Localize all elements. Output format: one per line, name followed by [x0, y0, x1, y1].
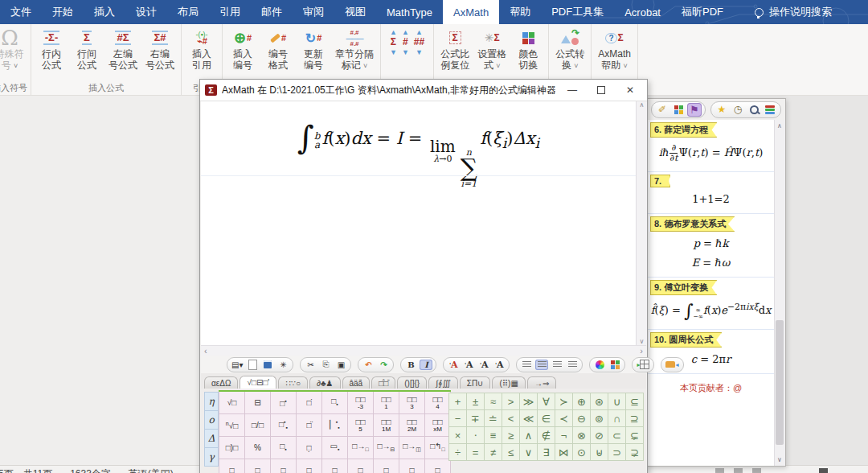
- workspace-icon[interactable]: ◂: [665, 360, 679, 370]
- scroll-down-icon[interactable]: ∨: [777, 456, 782, 463]
- save-icon[interactable]: [261, 360, 274, 370]
- maximize-button[interactable]: [589, 83, 613, 97]
- nudge-down-button[interactable]: ▼: [416, 49, 423, 56]
- search-icon[interactable]: [747, 103, 761, 117]
- symbol-cell[interactable]: ⊘: [591, 427, 608, 444]
- symbol-cell[interactable]: ⋈: [555, 444, 573, 461]
- template-cell[interactable]: □□1M: [374, 414, 399, 437]
- template-cell[interactable]: □: [271, 459, 297, 473]
- align-spacing-icon[interactable]: [566, 360, 579, 370]
- scroll-up-icon[interactable]: ∧: [777, 122, 782, 130]
- zoom-slider-knob[interactable]: [819, 468, 828, 473]
- symbol-cell[interactable]: ⊂: [608, 427, 626, 444]
- symbol-cell[interactable]: ∩: [608, 410, 626, 427]
- paste-icon[interactable]: ▣: [334, 360, 347, 370]
- app-tab-引用[interactable]: 引用: [209, 0, 251, 24]
- accent2-icon[interactable]: 'A: [462, 360, 475, 370]
- formula-preview[interactable]: 1+1=2: [650, 187, 772, 207]
- symbol-cell[interactable]: ≡: [485, 427, 502, 444]
- symbol-cell[interactable]: ⊇: [626, 410, 644, 427]
- formula-list-item[interactable]: 9. 傅立叶变换f̂(ξ) = ∫∞−∞f(x)e−2πixξdx: [647, 278, 775, 330]
- update-number-button[interactable]: ↻#更新编号: [296, 24, 331, 82]
- palette-tab-10[interactable]: (⠿)▦: [492, 376, 525, 389]
- insert-number-button[interactable]: ⊕#插入编号: [225, 24, 260, 82]
- app-tab-邮件[interactable]: 邮件: [251, 0, 293, 24]
- template-cell[interactable]: □□3: [399, 391, 425, 414]
- minimize-button[interactable]: —: [560, 83, 584, 97]
- template-cell[interactable]: □: [348, 459, 374, 473]
- app-tab-设计[interactable]: 设计: [125, 0, 167, 24]
- palette-tab-3[interactable]: ∷∵○: [278, 376, 308, 389]
- template-cell[interactable]: □□-3: [348, 391, 374, 414]
- recent-symbol-cell[interactable]: ο: [204, 411, 219, 430]
- palette-tab-11[interactable]: →⇒: [527, 376, 556, 389]
- template-cell[interactable]: √□: [219, 391, 245, 414]
- symbol-cell[interactable]: +: [449, 393, 467, 410]
- template-cell[interactable]: □: [399, 459, 425, 473]
- word-count[interactable]: 1633个字: [70, 468, 111, 473]
- nudge-down-button[interactable]: ▼: [402, 49, 409, 56]
- symbol-cell[interactable]: ∪: [608, 393, 626, 410]
- template-cell[interactable]: □→□: [348, 437, 374, 459]
- app-tab-审阅[interactable]: 审阅: [293, 0, 334, 24]
- template-cell[interactable]: □▪▪: [271, 414, 297, 437]
- symbol-cell[interactable]: ⊋: [626, 444, 644, 461]
- symbol-cell[interactable]: ∈: [538, 410, 555, 427]
- formula-list-item[interactable]: 7.1+1=2: [647, 172, 775, 214]
- formula-list-item[interactable]: 8. 德布罗意关系式p = ℏkE = ℏω: [647, 214, 775, 278]
- app-tab-MathType[interactable]: MathType: [376, 0, 443, 24]
- palette-tab-8[interactable]: ∫∮∭: [428, 376, 458, 389]
- symbol-cell[interactable]: ∓: [467, 410, 485, 427]
- symbol-cell[interactable]: ⋅: [467, 427, 485, 444]
- template-cell[interactable]: □↰□: [425, 437, 451, 459]
- app-tab-开始[interactable]: 开始: [42, 0, 84, 24]
- canvas-vscrollbar[interactable]: ∧∨: [636, 101, 647, 345]
- symbol-cell[interactable]: ≐: [485, 410, 502, 427]
- section-break-mark-button[interactable]: #.#———#.#章节分隔标记 ˅: [331, 24, 378, 82]
- color-wheel-icon[interactable]: [593, 360, 606, 370]
- equation-canvas[interactable]: ∫baf(x)dx = I = limλ→0n∑i=1f(ξi)Δxi: [201, 101, 637, 345]
- align-center-icon[interactable]: [535, 360, 548, 370]
- scroll-left-icon[interactable]: ‹: [204, 346, 207, 356]
- template-cell[interactable]: □▪: [271, 437, 297, 459]
- new-doc-icon[interactable]: [246, 360, 259, 370]
- language-indicator[interactable]: 英语(美国): [129, 468, 174, 473]
- palette-tab-5[interactable]: âäã: [342, 376, 371, 389]
- symbol-cell[interactable]: ⊃: [608, 444, 626, 461]
- symbol-cell[interactable]: ¬: [555, 427, 573, 444]
- symbol-cell[interactable]: ⊚: [591, 410, 608, 427]
- symbol-cell[interactable]: ⊛: [591, 393, 608, 410]
- template-cell[interactable]: □□xM: [425, 414, 451, 437]
- formula-tag[interactable]: 9. 傅立叶变换: [650, 280, 717, 295]
- formula-tag[interactable]: 8. 德布罗意关系式: [650, 216, 735, 232]
- italic-button[interactable]: I: [420, 360, 432, 370]
- symbol-cell[interactable]: ≈: [485, 393, 502, 410]
- app-tab-布局[interactable]: 布局: [167, 0, 209, 24]
- app-tab-帮助[interactable]: 帮助: [499, 0, 541, 24]
- color-grid-icon[interactable]: [671, 103, 686, 117]
- formula-preview[interactable]: iℏ∂∂tΨ(r,t) = ĤΨ(r,t): [650, 138, 772, 165]
- read-mode-icon[interactable]: [715, 468, 724, 473]
- template-cell[interactable]: □̇: [297, 391, 322, 414]
- symbol-cell[interactable]: −: [449, 410, 467, 427]
- formula-preview[interactable]: p = ℏk: [650, 232, 772, 251]
- symbol-cell[interactable]: ±: [467, 393, 485, 410]
- align-left-icon[interactable]: [520, 360, 533, 370]
- template-cell[interactable]: □□5: [348, 414, 374, 437]
- symbol-cell[interactable]: ≻: [555, 393, 573, 410]
- symbol-cell[interactable]: ∃: [538, 444, 555, 461]
- symbol-cell[interactable]: ⊊: [626, 427, 644, 444]
- template-cell[interactable]: ⊟: [245, 391, 271, 414]
- adjust-symbol[interactable]: ##: [414, 38, 424, 47]
- template-cell[interactable]: %: [245, 437, 271, 459]
- symbol-cell[interactable]: ≺: [555, 410, 573, 427]
- template-cell[interactable]: □: [322, 459, 348, 473]
- symbol-cell[interactable]: ⊖: [573, 410, 591, 427]
- symbol-cell[interactable]: ≪: [520, 410, 538, 427]
- symbol-cell[interactable]: ≤: [502, 444, 520, 461]
- palette-tab-9[interactable]: ΣΠ∪: [460, 376, 491, 389]
- symbol-cell[interactable]: =: [467, 444, 485, 461]
- redo-icon[interactable]: ↷: [377, 360, 390, 370]
- palette-tab-2[interactable]: √□⊟□': [240, 376, 276, 389]
- library-scrollbar[interactable]: ∧ ∨: [774, 120, 785, 466]
